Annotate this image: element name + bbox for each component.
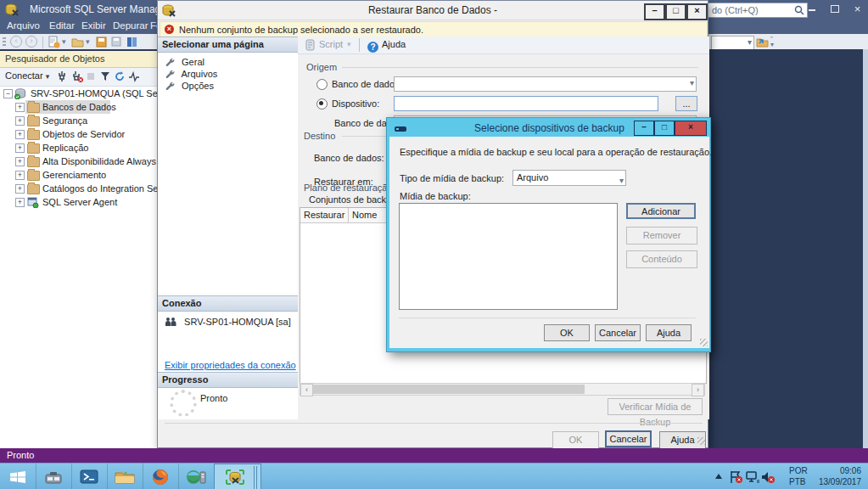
tray-clock-time[interactable]: 09:06 [817, 466, 861, 476]
grid-header-nome[interactable]: Nome [349, 208, 387, 222]
window-close-button[interactable]: × [850, 3, 865, 16]
menu-editar[interactable]: Editar [49, 20, 75, 31]
backup-ok-button[interactable]: OK [544, 324, 590, 341]
tray-expand-icon[interactable] [715, 474, 722, 479]
window-stack-indicator [254, 466, 259, 489]
expand-icon[interactable] [15, 184, 25, 194]
scroll-thumb[interactable] [313, 385, 585, 394]
expand-icon[interactable] [15, 103, 25, 112]
page-item-opcoes[interactable]: Opções [165, 81, 214, 91]
connect-button[interactable]: Conectar [5, 70, 49, 81]
tree-row-catalogos-integration[interactable]: Catálogos do Integration Service [0, 182, 157, 195]
tree-row-objetos-de-servidor[interactable]: Objetos de Servidor [0, 127, 157, 141]
add-folder-icon[interactable] [756, 36, 769, 48]
expand-icon[interactable] [15, 116, 25, 126]
backup-maximize-button[interactable]: □ [654, 121, 675, 136]
verify-backup-media-button[interactable]: Verificar Mídia de Backup [608, 398, 703, 415]
tray-volume-muted-icon[interactable] [761, 470, 775, 484]
grid-header-restaurar[interactable]: Restaurar [300, 208, 349, 222]
tray-network-icon[interactable] [746, 470, 759, 484]
scroll-left-icon[interactable]: ‹ [300, 384, 313, 396]
backup-close-button[interactable]: × [675, 121, 707, 136]
toolbar-overflow-chevron[interactable]: ”▾ [770, 36, 774, 48]
tray-clock-date[interactable]: 13/09/2017 [813, 477, 861, 487]
radio-banco-de-dados[interactable] [316, 79, 328, 90]
tree-row-bancos-de-dados[interactable]: Bancos de Dados [0, 100, 157, 114]
firefox-button[interactable] [143, 464, 179, 489]
ok-button[interactable]: OK [552, 431, 599, 449]
filter-icon[interactable] [99, 70, 111, 82]
ssms-icon [225, 469, 245, 486]
remove-button[interactable]: Remover [626, 227, 697, 244]
script-button[interactable]: Script [319, 39, 343, 49]
backup-media-listbox[interactable] [399, 203, 618, 310]
save-icon[interactable] [95, 36, 108, 48]
grid-hscrollbar[interactable]: ‹ › [300, 383, 705, 396]
powershell-button[interactable] [71, 464, 108, 489]
new-query-icon[interactable] [48, 36, 60, 48]
restore-close-button[interactable]: × [686, 3, 708, 20]
expand-icon[interactable] [15, 143, 25, 153]
view-connection-properties-link[interactable]: Exibir propriedades da conexão [165, 360, 296, 370]
connect-plug-icon[interactable] [56, 70, 68, 82]
object-explorer-header[interactable]: Pesquisador de Objetos [0, 51, 158, 68]
refresh-icon[interactable] [114, 70, 126, 82]
file-explorer-button[interactable] [107, 464, 143, 489]
tray-language-bottom[interactable]: PTB [789, 477, 805, 487]
nav-forward-icon[interactable]: › [25, 36, 37, 48]
restore-maximize-button[interactable]: □ [665, 3, 686, 20]
cancel-button[interactable]: Cancelar [605, 430, 652, 447]
open-dropdown[interactable] [86, 37, 90, 46]
tree-row-seguranca[interactable]: Segurança [0, 114, 157, 127]
tray-flag-icon[interactable] [730, 470, 743, 484]
backup-resize-grip[interactable] [700, 339, 708, 346]
restore-dialog-titlebar[interactable]: Restaurar Banco de Dados - – □ × [158, 1, 708, 20]
tree-row-sql-server-agent[interactable]: SQL Server Agent [0, 195, 157, 209]
server-manager-button[interactable] [36, 464, 72, 489]
backup-minimize-button[interactable]: – [634, 121, 654, 136]
quick-launch-input[interactable]: do (Ctrl+Q) [707, 3, 808, 18]
tree-row-gerenciamento[interactable]: Gerenciamento [0, 168, 157, 182]
resize-grip[interactable] [697, 437, 705, 445]
restore-minimize-button[interactable]: – [644, 3, 665, 20]
browse-devices-button[interactable]: ... [675, 96, 697, 111]
expand-icon[interactable] [15, 171, 25, 180]
scroll-right-icon[interactable]: › [692, 384, 704, 396]
tray-language-top[interactable]: POR [789, 466, 808, 476]
source-database-combo[interactable] [394, 76, 697, 92]
window-restore-button[interactable] [827, 3, 842, 16]
toolbar-combo[interactable] [711, 36, 754, 50]
disconnect-plug-icon[interactable] [71, 70, 83, 82]
backup-cancel-button[interactable]: Cancelar [595, 324, 641, 341]
menu-arquivo[interactable]: Arquivo [7, 20, 40, 31]
backup-help-button[interactable]: Ajuda [646, 324, 692, 341]
menu-exibir[interactable]: Exibir [81, 20, 106, 31]
media-type-combo[interactable]: Arquivo [512, 170, 626, 186]
ssms-taskbar-button[interactable] [214, 464, 261, 489]
open-folder-icon[interactable] [71, 36, 84, 48]
expand-icon[interactable] [15, 198, 25, 207]
new-query-dropdown[interactable] [62, 37, 66, 46]
help-button[interactable]: ?Ajuda [367, 39, 406, 53]
window-minimize-button[interactable] [804, 3, 819, 16]
tree-row-server[interactable]: SRV-SP01-HOMQUA (SQL Server 11. [0, 87, 157, 100]
tree-row-replicacao[interactable]: Replicação [0, 141, 157, 155]
device-path-input[interactable] [394, 96, 658, 111]
collapse-icon[interactable] [3, 89, 13, 98]
backup-dialog-titlebar[interactable]: Selecione dispositivos de backup – □ × [389, 120, 709, 137]
expand-icon[interactable] [15, 130, 25, 139]
print-icon[interactable] [126, 36, 138, 48]
page-item-geral[interactable]: Geral [165, 57, 204, 67]
add-button[interactable]: Adicionar [626, 203, 696, 219]
radio-dispositivo[interactable] [316, 98, 328, 110]
nav-back-icon[interactable]: ‹ [10, 36, 22, 48]
activity-monitor-icon[interactable] [128, 70, 140, 82]
script-dropdown-icon[interactable] [347, 40, 351, 48]
page-item-arquivos[interactable]: Arquivos [165, 69, 217, 79]
menu-depurar[interactable]: Depurar [113, 20, 148, 31]
expand-icon[interactable] [15, 157, 25, 166]
tree-row-alta-disponibilidade[interactable]: Alta Disponibilidade Always On [0, 155, 157, 168]
contents-button[interactable]: Conteúdo [626, 250, 697, 268]
iis-manager-button[interactable] [178, 464, 215, 489]
start-button[interactable] [0, 464, 36, 489]
